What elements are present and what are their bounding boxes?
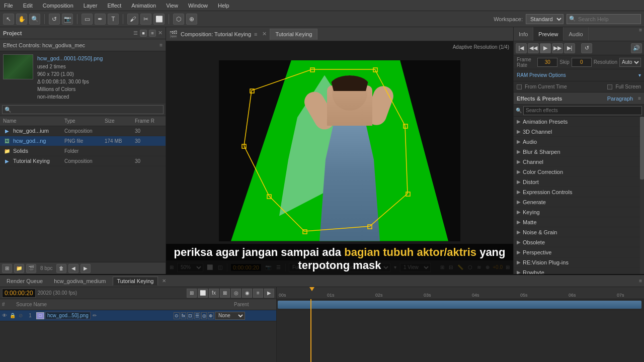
menu-edit[interactable]: Edit (21, 3, 35, 9)
project-search-input[interactable] (2, 105, 164, 114)
panel-menu[interactable]: ≡ (149, 30, 156, 37)
layer-switch-3[interactable]: ⊡ (187, 312, 193, 319)
tab-info[interactable]: Info (514, 27, 533, 41)
menu-help[interactable]: Help (216, 3, 231, 9)
tab-audio[interactable]: Audio (564, 27, 588, 41)
nav-right-btn[interactable]: ▶ (80, 264, 91, 273)
comp-options[interactable]: ≡ (254, 31, 257, 37)
effect-category-blur[interactable]: ▶ Blur & Sharpen (514, 147, 644, 157)
prev-frame-btn[interactable]: ◀◀ (528, 43, 539, 53)
tab-hcw-medium[interactable]: hcw_godiva_medium (49, 277, 110, 286)
composition-tab[interactable]: Tutorial Keying (270, 29, 317, 40)
parent-select[interactable]: None (215, 312, 245, 320)
loop-btn[interactable]: ↺ (581, 43, 592, 53)
hand-tool[interactable]: ✋ (16, 14, 27, 25)
effect-category-noise[interactable]: ▶ Noise & Grain (514, 227, 644, 237)
text-tool[interactable]: T (108, 14, 119, 25)
layer-name[interactable]: hcw_god...50].png (45, 312, 91, 319)
brush-tool[interactable]: 🖌 (127, 14, 138, 25)
effects-scrollbar[interactable] (640, 117, 644, 274)
rotate-tool[interactable]: ↺ (49, 14, 60, 25)
new-comp-btn[interactable]: ⊞ (2, 264, 12, 273)
tl-expand-btn[interactable]: ▶ (264, 289, 274, 298)
tab-render-queue[interactable]: Render Queue (2, 277, 47, 286)
close-project-panel[interactable]: ✕ (158, 30, 163, 36)
rect-tool[interactable]: ▭ (82, 14, 93, 25)
tl-motion-btn[interactable]: ⊠ (220, 289, 230, 298)
menu-layer[interactable]: Layer (82, 3, 100, 9)
full-screen-checkbox[interactable] (607, 84, 612, 89)
track-bar-1[interactable] (278, 301, 641, 309)
new-folder-btn[interactable]: 📁 (14, 264, 24, 273)
clone-tool[interactable]: ✂ (140, 14, 151, 25)
tab-preview[interactable]: Preview (533, 27, 564, 41)
close-comp[interactable]: ✕ (262, 31, 267, 37)
effect-category-color[interactable]: ▶ Color Correction (514, 167, 644, 177)
effects-menu[interactable]: ≡ (638, 96, 641, 101)
roto-tool[interactable]: ⬡ (173, 14, 184, 25)
tl-adjust-btn[interactable]: ◎ (231, 289, 241, 298)
menu-window[interactable]: Window (186, 3, 210, 9)
effect-category-distort[interactable]: ▶ Distort (514, 177, 644, 187)
effect-category-matte[interactable]: ▶ Matte (514, 217, 644, 227)
effect-category-3d[interactable]: ▶ 3D Channel (514, 127, 644, 137)
paragraph-tab[interactable]: Paragraph (607, 96, 633, 102)
right-panel-menu[interactable]: ≡ (637, 27, 644, 41)
tl-shy-btn[interactable]: ≡ (253, 289, 263, 298)
eraser-tool[interactable]: ⬜ (153, 14, 165, 25)
effects-search-input[interactable] (523, 106, 642, 115)
effect-controls-menu[interactable]: ≡ (159, 42, 163, 48)
first-frame-btn[interactable]: |◀ (516, 43, 527, 53)
mute-btn[interactable]: 🔊 (631, 43, 642, 53)
play-audio-btn[interactable]: ▶▶ (552, 43, 563, 53)
search-input[interactable] (578, 16, 638, 22)
puppet-tool[interactable]: ⊕ (186, 14, 197, 25)
layer-switch-5[interactable]: ◎ (201, 312, 207, 319)
layer-switch-1[interactable]: ⊙ (174, 312, 180, 319)
effect-category-channel[interactable]: ▶ Channel (514, 157, 644, 167)
effect-category-keying[interactable]: ▶ Keying (514, 207, 644, 217)
layer-lock-toggle[interactable]: 🔒 (9, 312, 16, 319)
layer-switch-2[interactable]: fx (181, 312, 187, 319)
tab-tutorial-keying[interactable]: Tutorial Keying (113, 277, 158, 286)
effect-category-generate[interactable]: ▶ Generate (514, 197, 644, 207)
effect-category-expression[interactable]: ▶ Expression Controls (514, 187, 644, 197)
menu-file[interactable]: File (2, 3, 15, 9)
list-item[interactable]: 📁 Solids Folder (0, 146, 166, 156)
effect-category-audio[interactable]: ▶ Audio (514, 137, 644, 147)
layer-switch-6[interactable]: ⊕ (208, 312, 214, 319)
layer-row[interactable]: 👁 🔒 ⊘ 1 □ hcw_god...50].png ✏ ⊙ fx ⊡ ☰ ◎… (0, 310, 276, 321)
tl-mask-btn[interactable]: ⬜ (198, 289, 208, 298)
list-item[interactable]: 🖼 hcw_god...ng PNG file 174 MB 30 (0, 136, 166, 146)
new-footage-btn[interactable]: 🎬 (26, 264, 36, 273)
trash-btn[interactable]: 🗑 (56, 264, 66, 273)
resolution-select[interactable]: Auto Full Half (619, 58, 641, 67)
zoom-tool[interactable]: 🔍 (29, 14, 40, 25)
pen-tool[interactable]: ✒ (95, 14, 106, 25)
effect-category-obsolete[interactable]: ▶ Obsolete (514, 237, 644, 247)
nav-left-btn[interactable]: ◀ (68, 264, 78, 273)
menu-composition[interactable]: Composition (41, 3, 75, 9)
workspace-select[interactable]: Standard (526, 14, 564, 24)
list-item[interactable]: ▶ hcw_god...ium Composition 30 (0, 126, 166, 136)
play-btn[interactable]: ▶ (540, 43, 551, 53)
frame-rate-input[interactable] (537, 58, 557, 67)
from-current-checkbox[interactable] (517, 84, 522, 89)
list-item[interactable]: ▶ Tutorial Keying Composition 30 (0, 156, 166, 166)
skip-input[interactable] (572, 58, 592, 67)
timeline-menu[interactable]: ≡ (639, 278, 642, 284)
preview-options-btn[interactable]: RAM Preview Options ▾ (514, 69, 644, 81)
effect-category-revision[interactable]: ▶ RE:Vision Plug-ins (514, 257, 644, 267)
select-tool[interactable]: ↖ (3, 14, 14, 25)
effect-category-animation[interactable]: ▶ Animation Presets (514, 117, 644, 127)
layer-visibility-toggle[interactable]: 👁 (1, 312, 8, 319)
layer-switch-4[interactable]: ☰ (194, 312, 200, 319)
effect-category-perspective[interactable]: ▶ Perspective (514, 247, 644, 257)
tl-parent-btn[interactable]: ⊞ (187, 289, 197, 298)
layer-edit-icon[interactable]: ✏ (93, 313, 97, 318)
tl-effects-btn[interactable]: fx (209, 289, 219, 298)
tl-solo-btn[interactable]: ◉ (242, 289, 252, 298)
camera-tool[interactable]: 📷 (62, 14, 73, 25)
effect-category-rowbyte[interactable]: ▶ Rowbyte (514, 267, 644, 274)
menu-view[interactable]: View (164, 3, 180, 9)
